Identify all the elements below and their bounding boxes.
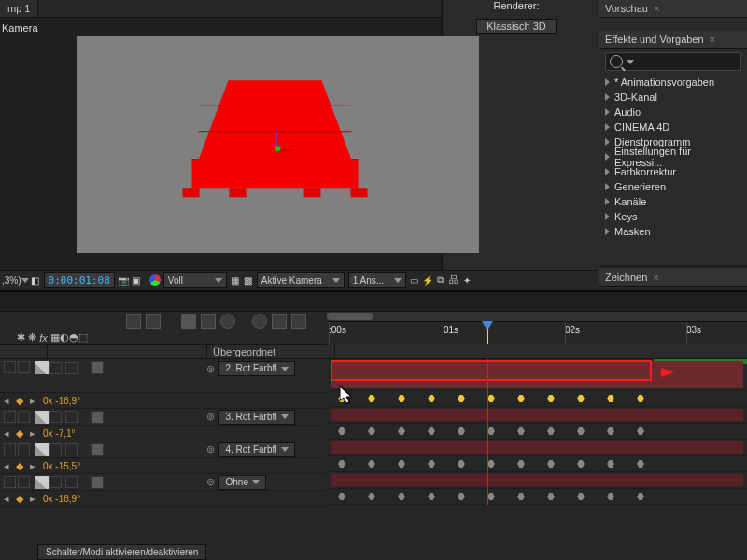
layer-duration-bar[interactable]	[331, 474, 743, 486]
layer-row[interactable]: ⊚Ohne	[0, 474, 327, 491]
keyframe-icon[interactable]	[637, 395, 644, 402]
prev-keyframe-icon[interactable]: ◂	[0, 427, 13, 440]
switch-toggle[interactable]	[49, 411, 62, 423]
renderer-dropdown[interactable]: Klassisch 3D	[476, 19, 557, 34]
close-icon[interactable]: ×	[710, 34, 715, 45]
keyframe-icon[interactable]	[487, 427, 495, 435]
timeline-track-area[interactable]	[327, 359, 747, 505]
switch-toggle[interactable]	[4, 411, 16, 423]
channel-dropdown[interactable]: Voll	[163, 272, 227, 288]
parent-dropdown[interactable]: 2. Rot Farbfl	[218, 361, 294, 376]
layer-duration-bar[interactable]	[331, 441, 743, 454]
layer-row[interactable]: ⊚3. Rot Farbfl	[0, 409, 327, 426]
shy-icon[interactable]	[181, 314, 196, 329]
prev-keyframe-icon[interactable]: ◂	[0, 460, 13, 472]
keyframe-icon[interactable]	[607, 427, 614, 435]
keyframe-icon[interactable]	[368, 460, 375, 468]
keyframe-icon[interactable]	[607, 395, 614, 402]
keyframe-icon[interactable]	[487, 493, 495, 500]
keyframe-icon[interactable]	[338, 427, 345, 435]
tool-icon[interactable]	[291, 314, 306, 329]
resolution-icon[interactable]: ◧	[29, 273, 42, 287]
pixel-aspect-icon[interactable]: ▭	[408, 273, 421, 287]
keyframe-icon[interactable]	[517, 395, 525, 402]
layer-track[interactable]	[327, 407, 747, 424]
keyframe-icon[interactable]	[517, 493, 525, 500]
switch-toggle[interactable]	[18, 476, 30, 488]
prev-keyframe-icon[interactable]: ◂	[0, 395, 13, 407]
keyframe-icon[interactable]	[428, 395, 435, 402]
3d-layer-icon[interactable]	[91, 411, 104, 424]
next-keyframe-icon[interactable]: ▸	[26, 493, 39, 505]
preview-panel-tab[interactable]: Vorschau×	[599, 0, 747, 18]
parent-dropdown[interactable]: 4. Rot Farbfl	[218, 442, 294, 457]
property-row[interactable]: ◂◆▸0x -15,5°	[0, 458, 327, 474]
close-icon[interactable]: ×	[654, 3, 659, 14]
keyframe-icon[interactable]	[458, 427, 465, 435]
keyframe-icon[interactable]	[458, 395, 465, 402]
tool-icon[interactable]	[201, 314, 216, 329]
property-row[interactable]: ◂◆▸0x -7,1°	[0, 426, 327, 441]
paint-panel-tab[interactable]: Zeichnen×	[599, 269, 747, 287]
keyframe-icon[interactable]	[547, 427, 555, 435]
keyframe-icon[interactable]	[398, 493, 405, 500]
effects-category-item[interactable]: Einstellungen für Expressi...	[599, 149, 747, 164]
switch-toggle[interactable]	[18, 361, 30, 373]
keyframe-icon[interactable]	[577, 395, 585, 402]
switch-toggle[interactable]	[18, 443, 30, 455]
switch-toggle[interactable]	[49, 443, 62, 455]
layer-track[interactable]	[327, 359, 747, 391]
effects-category-item[interactable]: Audio	[599, 105, 747, 119]
switch-toggle[interactable]	[65, 411, 78, 423]
pencil-icon[interactable]	[35, 361, 49, 374]
switch-toggle[interactable]	[4, 443, 16, 455]
zoom-level[interactable]: ,3%)	[0, 275, 21, 286]
3d-layer-icon[interactable]	[91, 476, 104, 489]
search-dropdown-icon[interactable]	[627, 60, 634, 64]
tool-icon[interactable]	[272, 314, 287, 329]
keyframe-icon[interactable]	[517, 427, 525, 435]
layer-track[interactable]	[327, 440, 747, 456]
zoom-dropdown-icon[interactable]	[21, 278, 29, 283]
layer-row[interactable]: ⊚2. Rot Farbfl	[0, 359, 327, 393]
keyframe-icon[interactable]	[607, 493, 614, 500]
views-count-dropdown[interactable]: 1 Ans...	[348, 272, 406, 288]
effects-category-item[interactable]: 3D-Kanal	[599, 90, 747, 105]
3d-layer-icon[interactable]	[91, 443, 104, 456]
keyframe-track[interactable]	[327, 456, 747, 472]
keyframe-icon[interactable]	[487, 460, 495, 468]
property-value[interactable]: 0x -18,9°	[39, 494, 80, 504]
3d-layer-icon[interactable]	[91, 361, 104, 374]
current-time-indicator[interactable]	[487, 321, 488, 344]
property-value[interactable]: 0x -15,5°	[39, 461, 80, 471]
keyframe-icon[interactable]	[428, 427, 435, 435]
keyframe-icon[interactable]	[547, 460, 555, 468]
reset-exposure-icon[interactable]: ✦	[460, 273, 473, 287]
keyframe-track[interactable]	[327, 489, 747, 505]
parent-dropdown[interactable]: Ohne	[218, 475, 265, 490]
next-keyframe-icon[interactable]: ▸	[26, 460, 39, 472]
property-row[interactable]: ◂◆▸0x -18,9°	[0, 491, 327, 507]
effects-category-item[interactable]: Generieren	[599, 179, 747, 194]
effects-category-item[interactable]: Masken	[599, 224, 747, 239]
switch-toggle[interactable]	[18, 411, 30, 423]
keyframe-track[interactable]	[327, 391, 747, 407]
keyframe-icon[interactable]	[637, 493, 644, 500]
time-ruler[interactable]: :00s01s02s03s	[327, 312, 747, 344]
channel-icon[interactable]	[148, 273, 162, 287]
timecode-display[interactable]: 0:00:01:08	[44, 272, 115, 288]
keyframe-icon[interactable]	[547, 395, 555, 402]
close-icon[interactable]: ×	[653, 272, 658, 283]
property-value[interactable]: 0x -7,1°	[39, 428, 76, 439]
keyframe-icon[interactable]	[398, 395, 405, 402]
toggle-transparency-icon[interactable]: ▦	[229, 273, 242, 287]
graph-editor-icon[interactable]	[252, 314, 267, 329]
effects-category-item[interactable]: * Animationsvorgaben	[599, 75, 747, 90]
keyframe-icon[interactable]	[487, 395, 495, 402]
keyframe-icon[interactable]	[458, 460, 465, 468]
composition-tab[interactable]: mp 1	[0, 0, 38, 17]
keyframe-nav-icon[interactable]: ◆	[13, 395, 26, 407]
snapshot-icon[interactable]: 📷	[117, 273, 130, 287]
flowchart-icon[interactable]: 品	[447, 273, 460, 287]
keyframe-nav-icon[interactable]: ◆	[13, 427, 26, 440]
